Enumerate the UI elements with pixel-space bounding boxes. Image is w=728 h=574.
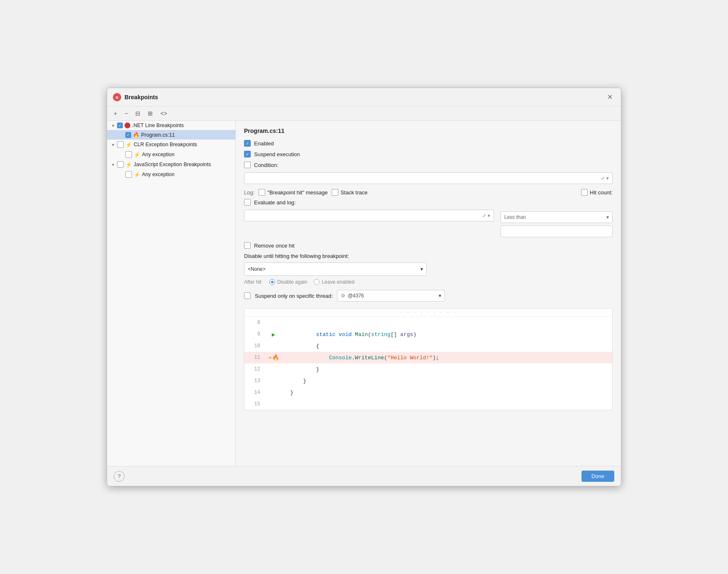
condition-dropdown-btn[interactable]: ▾ [606,176,609,181]
line-num-8: 8 [244,320,265,326]
title-bar: R Breakpoints ✕ [107,88,621,106]
code-content-14: } [282,390,293,396]
tree-group-clr[interactable]: ▾ ⚡ CLR Exception Breakpoints [107,140,235,150]
remove-label: Remove once hit [254,243,295,249]
gutter-11: ➜ 🔥 [265,354,282,361]
play-arrow-9: ▶ [272,331,275,338]
checkbox-programcs[interactable]: ✓ [125,132,131,138]
done-button[interactable]: Done [581,471,614,482]
line-num-14: 14 [244,390,265,395]
left-panel: ▾ ✓ .NET Line Breakpoints ✓ 🔥 Program.cs… [107,121,236,466]
disable-until-chevron: ▾ [420,266,423,272]
line-num-9: 9 [244,331,265,337]
toggle-js: ▾ [110,162,115,167]
code-button[interactable]: <> [158,109,169,118]
less-than-label: Less than [504,214,526,220]
leave-enabled-radio[interactable] [314,279,320,285]
evaluate-dropdown-btn[interactable]: ▾ [488,213,490,218]
disable-until-dropdown[interactable]: <None> ▾ [244,262,427,276]
remove-checkbox[interactable] [244,242,251,249]
eval-col: Evaluate and log: ⤢ ▾ [244,199,494,242]
code-content-10: { [282,343,319,349]
dotnet-bp-icon [125,123,130,128]
thread-icon: ⚙ [341,293,345,299]
remove-button[interactable]: − [122,109,130,118]
tree-item-programcs[interactable]: ✓ 🔥 Program.cs:11 [107,130,235,140]
checkbox-js-any[interactable] [125,171,132,178]
flame-11: 🔥 [272,354,279,361]
hit-count-checkbox[interactable] [581,189,588,196]
toggle-clr: ▾ [110,142,115,147]
disable-label-row: Disable until hitting the following brea… [244,253,613,259]
code-content-13: } [282,378,306,384]
bottom-bar: ? Done [107,466,621,486]
log-label: Log: [244,189,254,196]
less-than-dropdown[interactable]: Less than ▾ [501,211,613,223]
checkbox-clr-any[interactable] [125,151,132,158]
evaluate-row: Evaluate and log: [244,199,494,206]
suspend-row: ✓ Suspend execution [244,151,613,157]
disable-again-radio[interactable] [269,279,275,285]
checkbox-clr[interactable] [117,141,124,148]
disable-label: Disable until hitting the following brea… [244,253,349,259]
disable-again-label: Disable again [277,279,308,285]
log-breakpoint-checkbox[interactable] [259,189,265,196]
suspend-thread-label: Suspend only on specific thread: [255,293,333,299]
code-line-13: 13 } [244,375,612,387]
condition-input[interactable]: ⤢ ▾ [244,172,613,184]
condition-checkbox[interactable] [244,162,251,168]
code-line-15: 15 [244,398,612,410]
arrow-11: ➜ [268,354,271,361]
enabled-row: ✓ Enabled [244,140,613,147]
log-stack-checkbox[interactable] [332,189,338,196]
help-button[interactable]: ? [114,471,125,482]
enabled-checkbox[interactable]: ✓ [244,140,251,147]
code-line-8: 8 [244,317,612,329]
line-num-10: 10 [244,343,265,349]
disable-again-option: Disable again [269,279,308,285]
lightning-icon-js-any: ⚡ [134,172,140,178]
close-button[interactable]: ✕ [605,92,615,102]
evaluate-input[interactable]: ⤢ ▾ [244,210,494,221]
dialog-title: Breakpoints [125,94,158,101]
code-line-9: 9 ▶ static void Main(string[] args) [244,329,612,340]
condition-input-wrapper: ⤢ ▾ [244,172,613,184]
tree-group-js[interactable]: ▾ ⚡ JavaScript Exception Breakpoints [107,159,235,169]
leave-enabled-label: Leave enabled [322,279,354,285]
log-stack-option: Stack trace [332,189,367,196]
hit-count-option: Hit count: [581,189,613,196]
tree-item-clr-any[interactable]: ⚡ Any exception [107,150,235,159]
breakpoints-dialog: R Breakpoints ✕ + − ⊟ ⊞ <> ▾ ✓ .NET Line… [107,88,621,486]
leave-enabled-option: Leave enabled [314,279,354,285]
evaluate-expand-btn[interactable]: ⤢ [482,213,486,218]
evaluate-checkbox[interactable] [244,199,251,206]
lightning-icon-js: ⚡ [125,162,132,168]
hit-count-value-input[interactable] [501,226,613,237]
line-num-12: 12 [244,366,265,372]
checkbox-dotnet[interactable]: ✓ [117,123,123,128]
line-num-11: 11 [244,355,265,361]
link-button[interactable]: ⊞ [145,109,155,118]
toggle-dotnet: ▾ [110,123,115,128]
line-num-13: 13 [244,378,265,384]
log-breakpoint-label: "Breakpoint hit" message [267,189,327,196]
tree-group-dotnet[interactable]: ▾ ✓ .NET Line Breakpoints [107,121,235,130]
after-hit-row: After hit: Disable again Leave enabled [244,279,613,285]
thread-dropdown[interactable]: ⚙ @4376 ▾ [337,290,445,302]
main-content: ▾ ✓ .NET Line Breakpoints ✓ 🔥 Program.cs… [107,121,621,466]
code-line-14: 14 } [244,387,612,398]
gutter-9: ▶ [265,331,282,338]
suspend-checkbox[interactable]: ✓ [244,151,251,157]
tree-item-js-any[interactable]: ⚡ Any exception [107,169,235,179]
code-content-9: static void Main(string[] args) [282,331,416,338]
checkbox-js[interactable] [117,161,124,168]
eval-hitcount-row: Evaluate and log: ⤢ ▾ Less than ▾ [244,199,613,242]
view-button[interactable]: ⊟ [133,109,143,118]
suspend-thread-checkbox[interactable] [244,292,251,299]
after-hit-label: After hit: [244,279,263,285]
evaluate-label: Evaluate and log: [254,199,296,206]
js-any-label: Any exception [142,172,175,177]
add-button[interactable]: + [111,109,120,118]
hit-count-value-wrapper [501,226,613,237]
condition-expand-btn[interactable]: ⤢ [601,176,605,181]
